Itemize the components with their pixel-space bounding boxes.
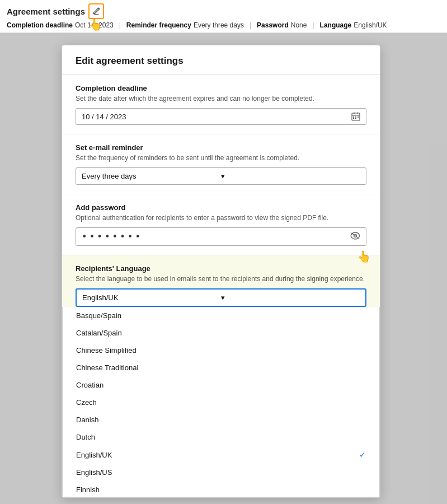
reminder-section-desc: Set the frequency of reminders to be sen…	[76, 154, 366, 162]
reminder-select[interactable]: Every three days ▾	[76, 167, 366, 185]
reminder-value: Every three days	[194, 21, 244, 29]
svg-rect-5	[355, 118, 356, 119]
edit-settings-button[interactable]	[88, 3, 104, 19]
reminder-select-wrap: Every three days ▾	[76, 167, 366, 185]
password-section-desc: Optional authentication for recipients t…	[76, 214, 366, 222]
lang-option-finnish[interactable]: Finnish	[63, 481, 379, 497]
reminder-section-label: Set e-mail reminder	[76, 143, 366, 152]
lang-option-chinese-traditional[interactable]: Chinese Traditional	[63, 359, 379, 376]
lang-option-catalan[interactable]: Catalan/Spain	[63, 324, 379, 342]
modal-header: Edit agreement settings	[62, 45, 380, 75]
modal-title: Edit agreement settings	[76, 55, 366, 67]
lang-option-english-us[interactable]: English/US	[63, 464, 379, 481]
deadline-value: Oct 14, 2023	[75, 21, 114, 29]
svg-rect-2	[355, 116, 356, 118]
completion-deadline-section: Completion deadline Set the date after w…	[62, 75, 380, 134]
password-section-label: Add password	[76, 203, 366, 212]
date-input-container[interactable]	[76, 108, 366, 125]
lang-option-czech[interactable]: Czech	[63, 394, 379, 411]
svg-rect-3	[357, 116, 359, 118]
language-chevron-icon: ▾	[221, 293, 360, 302]
sep-3: |	[312, 21, 314, 29]
language-section-desc: Select the language to be used in emails…	[76, 275, 366, 283]
language-select[interactable]: English/UK ▾	[76, 288, 366, 307]
lang-option-croatian[interactable]: Croatian	[63, 376, 379, 394]
deadline-section-desc: Set the date after which the agreement e…	[76, 95, 366, 102]
edit-agreement-modal: Edit agreement settings Completion deadl…	[62, 45, 380, 498]
svg-rect-1	[353, 116, 354, 118]
language-value: English/UK	[354, 21, 387, 29]
reminder-chevron-icon: ▾	[221, 172, 360, 180]
date-input[interactable]	[82, 113, 351, 121]
reminder-label: Reminder frequency	[126, 21, 191, 29]
page-title: Agreement settings	[7, 7, 85, 16]
language-label: Language	[320, 21, 352, 29]
meta-bar: Completion deadline Oct 14, 2023 | Remin…	[7, 21, 440, 29]
password-input[interactable]	[82, 231, 350, 242]
password-visibility-toggle[interactable]	[350, 232, 360, 241]
sep-2: |	[250, 21, 251, 29]
language-section: Recipients' Language Select the language…	[62, 255, 380, 307]
lang-option-chinese-simplified[interactable]: Chinese Simplified	[63, 342, 379, 359]
lang-option-basque[interactable]: Basque/Spain	[63, 307, 379, 324]
language-dropdown-list: Basque/Spain Catalan/Spain Chinese Simpl…	[62, 307, 380, 497]
password-input-container[interactable]	[76, 227, 366, 246]
pencil-icon	[92, 7, 101, 16]
modal-body: Completion deadline Set the date after w…	[62, 75, 380, 497]
deadline-section-label: Completion deadline	[76, 84, 366, 92]
lang-option-danish[interactable]: Danish	[63, 411, 379, 428]
language-section-label: Recipients' Language	[76, 264, 366, 273]
password-value: None	[291, 21, 307, 29]
calendar-icon[interactable]	[351, 112, 360, 121]
password-section: Add password Optional authentication for…	[62, 194, 380, 255]
lang-option-dutch[interactable]: Dutch	[63, 428, 379, 446]
sep-1: |	[119, 21, 121, 29]
deadline-label: Completion deadline	[7, 21, 73, 29]
selected-checkmark: ✓	[359, 450, 366, 459]
title-row: Agreement settings	[7, 3, 440, 19]
svg-rect-4	[353, 118, 354, 119]
reminder-selected-value: Every three days	[82, 172, 221, 180]
password-label: Password	[257, 21, 289, 29]
email-reminder-section: Set e-mail reminder Set the frequency of…	[62, 134, 380, 194]
language-selected-value: English/UK	[82, 293, 221, 302]
top-bar: Agreement settings Completion deadline O…	[0, 0, 447, 33]
lang-option-english-uk[interactable]: English/UK ✓	[63, 446, 379, 464]
